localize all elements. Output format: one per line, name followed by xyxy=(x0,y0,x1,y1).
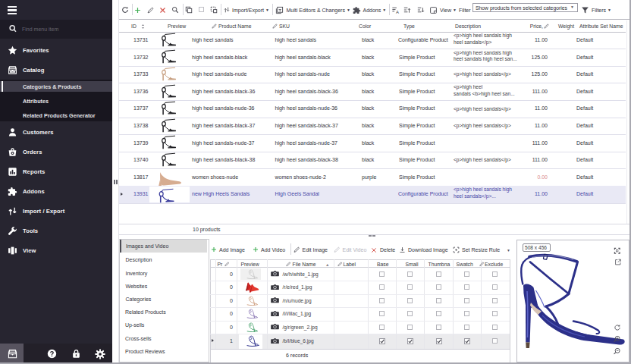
svg-text:A: A xyxy=(396,10,399,14)
